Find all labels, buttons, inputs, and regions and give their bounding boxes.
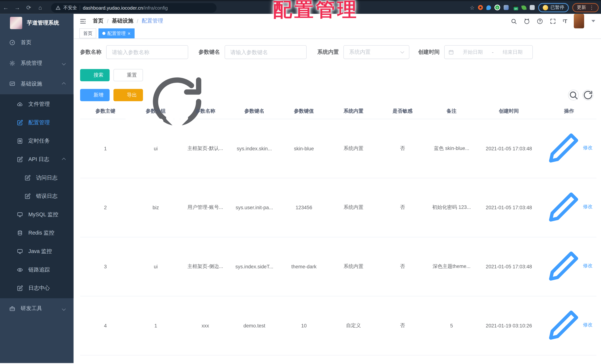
- sidebar-item-label: 文件管理: [29, 101, 50, 108]
- browser-extensions-area: ☆ v on 已暂停 更新 ⋮: [470, 1, 599, 14]
- sidebar-item-label: 访问日志: [36, 174, 57, 181]
- sidebar-item-java-monitor[interactable]: Java 监控: [0, 242, 74, 261]
- sidebar-item-dev-tools[interactable]: 研发工具: [0, 298, 74, 319]
- not-secure-label: 不安全: [63, 5, 77, 11]
- sidebar-submenu-infra: 文件管理 配置管理 定时任务 API 日志 访问日志: [0, 94, 74, 298]
- sidebar-item-error-logs[interactable]: 错误日志: [0, 187, 74, 206]
- edit-row-link[interactable]: 修改: [545, 178, 592, 235]
- sidebar-item-infra[interactable]: 基础设施: [0, 74, 74, 94]
- extension-on-badge-icon[interactable]: on: [512, 5, 518, 10]
- browser-back-icon[interactable]: ←: [0, 4, 11, 11]
- create-time-label: 创建时间: [418, 49, 440, 56]
- export-button-label: 导出: [127, 91, 137, 98]
- extension-gray-icon[interactable]: [504, 5, 509, 10]
- table-cell: 否: [378, 296, 427, 355]
- edit-row-link[interactable]: 修改: [545, 119, 592, 177]
- avatar-caret-down-icon[interactable]: [591, 20, 595, 22]
- tag-config-management[interactable]: 配置管理 ×: [99, 29, 134, 38]
- refresh-icon: [120, 72, 125, 78]
- sidebar-logo[interactable]: 芋道管理系统: [0, 14, 74, 32]
- sidebar-item-mysql-monitor[interactable]: MySQL 监控: [0, 206, 74, 224]
- param-key-label: 参数键名: [199, 49, 220, 56]
- extensions-puzzle-icon[interactable]: [530, 5, 535, 10]
- browser-update-button[interactable]: 更新 ⋮: [572, 3, 599, 12]
- reset-button[interactable]: 重置: [113, 69, 143, 81]
- edit-row-link[interactable]: 修改: [545, 355, 592, 364]
- main-area: 首页 / 基础设施 / 配置管理 ᵗT 首页: [74, 14, 601, 363]
- search-icon[interactable]: [511, 18, 517, 24]
- table-cell: 1: [131, 296, 181, 355]
- extension-orange-icon[interactable]: [478, 5, 483, 10]
- table-cell: 2021-01-19 03:10:26: [476, 296, 541, 355]
- bookmark-star-icon[interactable]: ☆: [470, 4, 474, 10]
- github-icon[interactable]: [524, 18, 530, 24]
- breadcrumb-infra[interactable]: 基础设施: [112, 18, 133, 24]
- close-icon[interactable]: ×: [128, 31, 130, 36]
- sidebar-item-api-logs[interactable]: API 日志: [0, 150, 74, 169]
- sidebar-item-file-management[interactable]: 文件管理: [0, 95, 74, 114]
- param-name-input[interactable]: [106, 45, 188, 59]
- sidebar-item-label: 研发工具: [21, 305, 42, 312]
- date-range-picker[interactable]: 开始日期 - 结束日期: [444, 45, 533, 59]
- plus-icon: [86, 92, 91, 98]
- sidebar-item-access-logs[interactable]: 访问日志: [0, 169, 74, 187]
- toggle-search-button[interactable]: [568, 90, 579, 101]
- sidebar-item-redis-monitor[interactable]: Redis 监控: [0, 224, 74, 242]
- search-button-label: 搜索: [94, 72, 104, 79]
- sidebar-item-label: 配置管理: [29, 119, 50, 126]
- sidebar-item-system[interactable]: 系统管理: [0, 53, 74, 73]
- browser-forward-icon[interactable]: →: [11, 4, 23, 11]
- extension-green-check-icon[interactable]: v: [494, 5, 500, 10]
- edit-row-link[interactable]: 修改: [545, 237, 592, 294]
- refresh-table-button[interactable]: [582, 90, 593, 101]
- table-cell: xxx: [181, 296, 230, 355]
- builtin-select[interactable]: 系统内置: [343, 45, 409, 59]
- sidebar-item-home[interactable]: 首页: [0, 32, 74, 53]
- user-avatar[interactable]: [574, 14, 584, 29]
- extension-leaf-icon[interactable]: [521, 5, 527, 10]
- dashboard-icon: [9, 40, 15, 46]
- sidebar-item-log-center[interactable]: 日志中心: [0, 279, 74, 297]
- table-cell: 系统内置: [329, 237, 378, 296]
- pencil-icon: [545, 355, 582, 364]
- cloud-upload-icon: [17, 101, 23, 107]
- extension-paused-pill[interactable]: 已暂停: [538, 3, 569, 12]
- table-cell: 是: [378, 355, 427, 364]
- sidebar-item-config-management[interactable]: 配置管理: [0, 113, 74, 132]
- table-cell: xxx: [427, 355, 476, 364]
- table-header-cell: 是否敏感: [378, 103, 427, 119]
- table-cell: 123456: [279, 178, 329, 237]
- param-name-label: 参数名称: [80, 49, 101, 56]
- address-bar[interactable]: 不安全 dashboard.yudao.iocoder.cn/infra/con…: [51, 3, 217, 13]
- edit-row-link[interactable]: 修改: [545, 296, 592, 354]
- param-key-input[interactable]: [224, 45, 307, 59]
- briefcase-icon: [9, 305, 15, 312]
- table-cell: 深色主题theme...: [427, 237, 476, 296]
- tag-home[interactable]: 首页: [80, 29, 96, 38]
- sidebar-item-scheduled-tasks[interactable]: 定时任务: [0, 132, 74, 150]
- sidebar-toggle-hamburger-icon[interactable]: [80, 18, 87, 24]
- browser-home-icon[interactable]: ⌂: [35, 4, 46, 11]
- sidebar-item-label: 日志中心: [29, 285, 50, 292]
- extension-pin-icon[interactable]: [486, 5, 491, 10]
- table-header-cell: 备注: [427, 103, 476, 119]
- fullscreen-icon[interactable]: [550, 18, 556, 24]
- table-cell: 5: [427, 296, 476, 355]
- table-header-cell: 参数键值: [279, 103, 329, 119]
- table-cell: 2021-01-05 17:03:48: [476, 178, 541, 237]
- help-question-icon[interactable]: [537, 18, 543, 24]
- font-size-icon[interactable]: ᵗT: [563, 18, 567, 24]
- browser-reload-icon[interactable]: ⟳: [23, 4, 35, 11]
- table-cell-operations: 修改删除: [542, 296, 597, 355]
- table-cell: 系统内置: [329, 119, 378, 178]
- table-cell: 自定义: [329, 296, 378, 355]
- right-toolbar: [568, 90, 593, 101]
- table-cell: xxx: [181, 355, 230, 364]
- export-button[interactable]: 导出: [113, 89, 143, 101]
- search-button[interactable]: 搜索: [80, 69, 110, 81]
- breadcrumb-home[interactable]: 首页: [93, 18, 103, 24]
- sidebar-item-trace[interactable]: 链路追踪: [0, 261, 74, 279]
- add-button[interactable]: 新增: [80, 89, 110, 101]
- pencil-icon: [545, 237, 582, 294]
- browser-menu-icon[interactable]: ⋮: [589, 5, 594, 10]
